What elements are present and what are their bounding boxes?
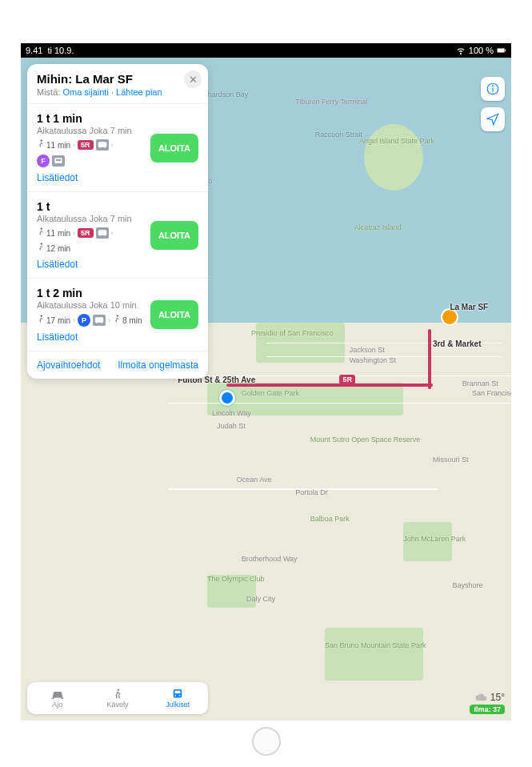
bus-icon	[96, 139, 109, 151]
map-label: Ocean Ave	[237, 476, 272, 484]
line-badge-f: F	[37, 155, 50, 167]
report-problem-link[interactable]: Ilmoita ongelmasta	[118, 359, 198, 371]
map-locate-button[interactable]	[481, 107, 505, 131]
map-label: Mount Sutro Open Space Reserve	[310, 436, 421, 444]
map-stop-lamar[interactable]: La Mar SF	[450, 303, 488, 311]
svg-point-14	[99, 235, 101, 236]
svg-rect-11	[56, 159, 61, 161]
map-label: Brannan St	[462, 379, 498, 388]
route-duration: 1 t 2 min	[37, 287, 150, 299]
svg-point-5	[493, 86, 494, 86]
tram-icon	[52, 155, 65, 167]
tab-walk[interactable]: Kävely	[87, 682, 147, 714]
map-label: San Bruno Mountain State Park	[325, 641, 426, 649]
weather-temp: 15°	[490, 692, 505, 703]
svg-rect-7	[98, 142, 106, 147]
close-button[interactable]: ✕	[184, 70, 202, 88]
route-details-link[interactable]: Lisätiedot	[37, 259, 150, 270]
map-label: Brotherhood Way	[242, 555, 298, 563]
route-option[interactable]: 1 t Aikataulussa Joka 7 min 11 min › 5R …	[27, 192, 208, 279]
map-stop-3rd-market[interactable]: 3rd & Market	[433, 339, 482, 348]
walk-icon	[37, 243, 45, 254]
map-route-badge-5r: 5R	[339, 375, 355, 384]
weather-badge[interactable]: 15° Ilma: 37	[470, 692, 505, 714]
map-label: Jackson St	[350, 346, 385, 354]
route-options-link[interactable]: Ajovaihtoehdot	[37, 359, 100, 371]
svg-point-12	[41, 227, 42, 229]
map-label: John McLaren Park	[403, 535, 466, 543]
line-badge-5r: 5R	[78, 228, 94, 238]
route-details-link[interactable]: Lisätiedot	[37, 331, 150, 343]
svg-rect-24	[175, 690, 181, 693]
svg-point-9	[104, 147, 106, 148]
svg-rect-18	[95, 317, 104, 323]
route-schedule: Aikataulussa Joka 7 min	[37, 126, 150, 135]
svg-point-15	[104, 235, 106, 236]
map-label: Daly City	[246, 595, 275, 603]
map-label: San Francisco Californian	[472, 389, 532, 397]
status-date: ti 10.9.	[47, 46, 74, 55]
transit-icon	[170, 689, 185, 700]
panel-header: Mihin: La Mar SF Mistä: Oma sijainti · L…	[27, 64, 208, 104]
home-button[interactable]	[252, 727, 281, 756]
svg-point-25	[175, 694, 177, 696]
map-label: Presidio of San Francisco	[251, 329, 334, 337]
tab-drive[interactable]: Ajo	[27, 682, 87, 714]
aqi-label: Ilma:	[474, 705, 490, 713]
route-duration: 1 t 1 min	[37, 112, 150, 125]
route-option[interactable]: 1 t 2 min Aikataulussa Joka 10 min 17 mi…	[27, 279, 208, 351]
svg-rect-1	[498, 49, 505, 52]
svg-point-22	[118, 689, 120, 691]
from-value[interactable]: Oma sijainti	[62, 87, 108, 97]
map-label: Missouri St	[433, 456, 469, 464]
panel-title: Mihin: La Mar SF	[37, 72, 198, 86]
directions-panel: Mihin: La Mar SF Mistä: Oma sijainti · L…	[27, 64, 208, 379]
svg-point-16	[41, 243, 42, 244]
walk-icon	[37, 227, 45, 239]
map-label: Washington St	[350, 356, 396, 364]
map-info-button[interactable]	[481, 77, 505, 101]
map-label: Tiburon Ferry Terminal	[295, 98, 367, 106]
mode-tabs: Ajo Kävely Julkiset	[27, 682, 208, 714]
from-label: Mistä:	[37, 87, 60, 97]
map-label: Portola Dr	[295, 488, 328, 496]
svg-point-21	[117, 315, 118, 316]
map-label: Golden Gate Park	[242, 389, 299, 397]
map-label: The Olympic Club	[207, 575, 265, 583]
route-duration: 1 t	[37, 200, 150, 213]
start-button[interactable]: ALOITA	[150, 221, 198, 250]
map-label: Alcatraz Island	[354, 223, 402, 231]
walk-icon	[113, 315, 121, 326]
map-label: Angel Island State Park	[359, 137, 434, 145]
map-label: Bayshore	[452, 581, 482, 589]
start-button[interactable]: ALOITA	[150, 134, 198, 163]
cloud-icon	[475, 693, 488, 702]
bus-icon	[93, 315, 106, 326]
wifi-icon	[456, 46, 466, 55]
car-icon	[50, 689, 65, 700]
start-button[interactable]: ALOITA	[150, 300, 198, 329]
route-details-link[interactable]: Lisätiedot	[37, 172, 150, 183]
aqi-value: 37	[493, 705, 501, 713]
line-badge-p: P	[78, 314, 90, 327]
svg-point-6	[41, 139, 42, 141]
tab-transit[interactable]: Julkiset	[148, 682, 208, 714]
route-option[interactable]: 1 t 1 min Aikataulussa Joka 7 min 11 min…	[27, 104, 208, 192]
svg-point-17	[41, 315, 42, 316]
map-label: Lincoln Way	[212, 409, 251, 417]
battery-icon	[497, 46, 506, 55]
line-badge-5r: 5R	[78, 140, 94, 150]
bus-icon	[96, 227, 109, 239]
walk-icon	[37, 315, 45, 326]
svg-rect-13	[98, 230, 106, 235]
battery-percent: 100 %	[469, 46, 494, 55]
svg-rect-2	[505, 50, 506, 52]
route-schedule: Aikataulussa Joka 10 min	[37, 300, 150, 310]
map-label: Balboa Park	[310, 515, 350, 523]
map-label: Raccoon Strait	[315, 131, 362, 139]
svg-point-8	[99, 147, 101, 148]
depart-time[interactable]: Lähtee pian	[116, 87, 162, 97]
svg-point-26	[179, 694, 181, 696]
svg-point-20	[101, 322, 102, 323]
route-schedule: Aikataulussa Joka 7 min	[37, 214, 150, 223]
